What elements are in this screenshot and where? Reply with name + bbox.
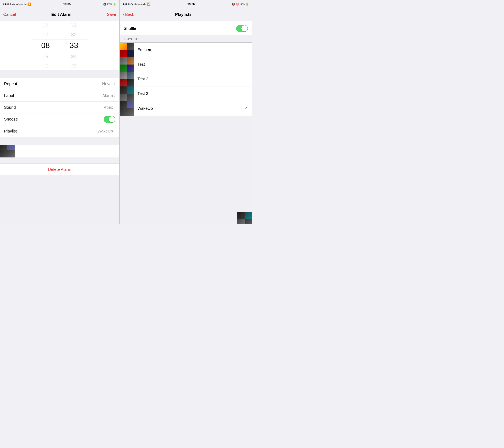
playlist-row-wakeup[interactable]: WakeUp ✓ (120, 101, 252, 116)
dot2 (5, 3, 6, 5)
hour-08[interactable]: 08 (39, 39, 52, 52)
rdot2 (125, 3, 126, 5)
wakeup-tile-2 (127, 101, 134, 108)
rdot5 (129, 3, 130, 5)
carrier-name-left: Vodafone.de (12, 3, 27, 6)
eminem-tile-4 (127, 50, 134, 57)
bottom-spacer-right (120, 116, 252, 212)
repeat-value: Never › (102, 81, 115, 86)
page-title-left: Edit Alarm (51, 12, 71, 17)
time-picker[interactable]: 05 06 07 08 09 10 11 30 31 32 33 34 35 3… (0, 21, 119, 70)
wakeup-tile-1 (120, 101, 127, 108)
back-button[interactable]: ‹ Back (123, 12, 134, 17)
back-label: Back (125, 12, 134, 17)
battery-left: 🔇 22% 🔋 (103, 3, 116, 6)
sound-text: Apex (104, 105, 113, 110)
sound-row[interactable]: Sound Apex › (0, 102, 119, 114)
rdot1 (123, 3, 124, 5)
min-33[interactable]: 33 (68, 39, 80, 52)
test3-tile-3 (120, 94, 127, 101)
partial-rt1 (237, 212, 245, 219)
playlist-row-test[interactable]: Test (120, 57, 252, 72)
partial-rt3 (237, 219, 245, 224)
test-artwork (120, 57, 134, 72)
snooze-label: Snooze (4, 117, 18, 121)
wakeup-name: WakeUp (134, 106, 244, 111)
nav-bar-left: Cancel Edit Alarm Save (0, 8, 119, 21)
min-34[interactable]: 34 (68, 52, 80, 61)
time-picker-columns: 05 06 07 08 09 10 11 30 31 32 33 34 35 3… (0, 21, 119, 70)
min-32[interactable]: 32 (68, 30, 80, 39)
partial-rt4 (245, 219, 252, 224)
alarm-icon-right: ⏰ (236, 3, 239, 6)
shuffle-knob (241, 25, 248, 31)
label-row[interactable]: Label Alarm › (0, 90, 119, 102)
nav-bar-right: ‹ Back Playlists (120, 8, 252, 21)
hour-09[interactable]: 09 (39, 52, 52, 61)
shuffle-row: Shuffle (120, 22, 252, 35)
test2-tile-1 (120, 72, 127, 79)
hour-07[interactable]: 07 (39, 30, 52, 39)
test-tile-1 (120, 57, 127, 64)
battery-right: 🔇 ⏰ 22% 🔋 (232, 3, 249, 6)
carrier-right: Vodafone.de 📶 (123, 2, 150, 6)
bottom-spacer-left (0, 175, 119, 224)
section-gap-2 (0, 137, 119, 145)
minute-column[interactable]: 30 31 32 33 34 35 36 (68, 21, 80, 70)
shuffle-toggle[interactable] (236, 25, 248, 32)
wakeup-tile-4 (127, 108, 134, 116)
battery-icon-right: 🔋 (246, 3, 249, 6)
snooze-toggle[interactable] (104, 116, 115, 123)
hour-column[interactable]: 05 06 07 08 09 10 11 (39, 21, 52, 70)
eminem-artwork (120, 43, 134, 57)
test2-tile-3 (120, 79, 127, 86)
back-chevron-icon: ‹ (123, 12, 124, 17)
test2-tile-4 (127, 79, 134, 86)
wifi-icon-right: 📶 (147, 2, 150, 6)
playlists-list: Eminem Test Test 2 (120, 42, 252, 116)
signal-dots-right (123, 3, 130, 5)
test3-tile-4 (127, 94, 134, 101)
partial-artwork-right (120, 212, 252, 224)
partial-tile-3 (0, 150, 7, 157)
battery-icon-left: 🔋 (113, 3, 116, 6)
dot5 (10, 3, 11, 5)
delete-alarm-label: Delete Alarm (48, 167, 71, 172)
wifi-icon-left: 📶 (27, 2, 31, 6)
section-gap-1 (0, 70, 119, 78)
eminem-tile-2 (127, 43, 134, 50)
test2-name: Test 2 (134, 77, 248, 81)
playlist-row[interactable]: Playlist WakeUp › (0, 125, 119, 137)
partial-tile-4 (7, 150, 15, 157)
partial-tile-2 (7, 145, 15, 150)
playlist-chevron-icon: › (114, 129, 115, 133)
shuffle-section: Shuffle (120, 22, 252, 35)
sound-label: Sound (4, 105, 16, 110)
dot3 (6, 3, 8, 5)
cancel-button[interactable]: Cancel (3, 12, 16, 17)
playlist-label: Playlist (4, 129, 17, 134)
test2-tile-2 (127, 72, 134, 79)
delete-alarm-button[interactable]: Delete Alarm (0, 164, 119, 175)
repeat-row[interactable]: Repeat Never › (0, 78, 119, 90)
right-panel: Vodafone.de 📶 19:36 🔇 ⏰ 22% 🔋 ‹ Back Pla… (120, 0, 252, 224)
mute-icon-right: 🔇 (232, 3, 235, 6)
test3-name: Test 3 (134, 91, 248, 96)
dot4 (8, 3, 9, 5)
playlist-row-test3[interactable]: Test 3 (120, 86, 252, 101)
repeat-chevron-icon: › (114, 82, 115, 86)
playlist-row-eminem[interactable]: Eminem (120, 43, 252, 57)
partial-artwork-left (0, 145, 119, 157)
signal-dots-left (3, 3, 11, 5)
rdot3 (126, 3, 127, 5)
min-35[interactable]: 35 (68, 61, 80, 70)
save-button[interactable]: Save (107, 12, 116, 17)
status-bar-right: Vodafone.de 📶 19:36 🔇 ⏰ 22% 🔋 (120, 0, 252, 8)
min-31[interactable]: 31 (68, 21, 80, 30)
playlist-row-test2[interactable]: Test 2 (120, 72, 252, 86)
hour-10[interactable]: 10 (39, 61, 52, 70)
playlist-text: WakeUp (97, 129, 113, 134)
label-text: Alarm (102, 93, 113, 98)
hour-06[interactable]: 06 (39, 21, 52, 30)
wakeup-checkmark-icon: ✓ (244, 105, 248, 111)
